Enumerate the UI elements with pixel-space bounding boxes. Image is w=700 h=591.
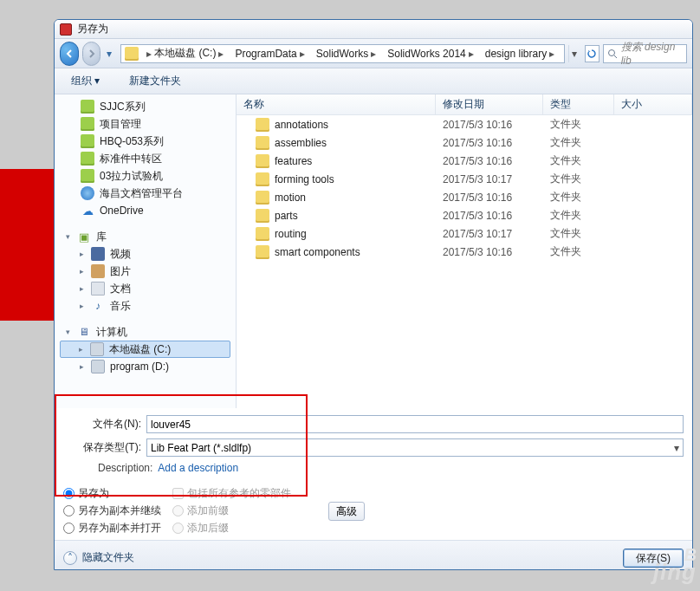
lib-icon [91,247,105,261]
new-folder-button[interactable]: 新建文件夹 [120,70,191,92]
nav-sidebar: SJJC系列项目管理HBQ-053系列标准件中转区03拉力试验机海昌文档管理平台… [55,94,237,408]
table-row[interactable]: annotations2017/5/3 10:16文件夹 [237,115,692,133]
folder-icon [256,172,269,186]
crumb[interactable]: SolidWorks [316,48,368,60]
description-link[interactable]: Add a description [158,462,238,474]
sidebar-item[interactable]: ▸视频 [55,245,236,263]
table-row[interactable]: features2017/5/3 10:16文件夹 [237,152,692,170]
description-label: Description: [98,462,152,474]
opt-save-as[interactable]: 另存为 [63,484,164,502]
folder-icon [81,117,94,131]
sidebar-drive[interactable]: ▸本地磁盘 (C:) [60,341,230,358]
save-as-dialog: 另存为 ▾ ▸本地磁盘 (C:)▸ ProgramData▸ SolidWork… [54,19,693,570]
folder-icon [81,186,94,200]
chevron-right-icon: ▸ [77,284,86,293]
chevron-right-icon: ▸ [77,362,86,371]
savetype-dropdown[interactable]: Lib Feat Part (*.sldlfp) ▾ [146,438,684,457]
table-row[interactable]: assemblies2017/5/3 10:16文件夹 [237,133,692,152]
opt-add-suffix[interactable]: 添加后缀 [172,519,320,536]
sidebar-item[interactable]: ▸图片 [55,263,236,280]
chevron-up-icon: ˄ [63,551,77,565]
table-row[interactable]: routing2017/5/3 10:17文件夹 [237,224,692,243]
folder-icon [125,47,139,61]
folder-icon [256,118,269,132]
folder-icon [81,152,94,166]
search-placeholder: 搜索 design lib [621,40,683,67]
folder-icon [81,100,94,114]
filename-label: 文件名(N): [63,417,146,432]
svg-line-1 [614,55,617,58]
crumb[interactable]: 本地磁盘 (C:) [154,46,216,61]
sidebar-item[interactable]: 项目管理 [55,115,236,133]
dialog-footer: ˄ 隐藏文件夹 保存(S) [55,540,692,570]
window-title: 另存为 [77,22,108,36]
col-name[interactable]: 名称 [237,94,436,114]
file-list: 名称 修改日期 类型 大小 annotations2017/5/3 10:16文… [237,94,692,408]
refresh-button[interactable] [585,45,600,62]
lib-icon [91,282,105,296]
save-button[interactable]: 保存(S) [623,549,684,568]
toolbar: 组织 ▾ 新建文件夹 [55,68,692,94]
opt-add-prefix[interactable]: 添加前缀 [172,502,320,519]
folder-icon [256,227,269,241]
chevron-right-icon: ▸ [76,345,85,354]
col-type[interactable]: 类型 [543,94,614,114]
sidebar-item[interactable]: SJJC系列 [55,98,236,115]
chevron-right-icon: ▸ [77,250,86,258]
filename-input[interactable] [146,415,684,433]
organize-button[interactable]: 组织 ▾ [62,70,109,92]
hide-folders-button[interactable]: ˄ 隐藏文件夹 [63,550,134,565]
save-options: 另存为 另存为副本并继续 另存为副本并打开 包括所有参考的零部件 添加前缀 添加… [55,479,692,540]
column-header: 名称 修改日期 类型 大小 [237,94,692,115]
sidebar-drive[interactable]: ▸program (D:) [55,358,236,375]
search-icon [606,48,619,60]
titlebar: 另存为 [55,20,692,39]
col-size[interactable]: 大小 [614,94,692,114]
folder-icon [256,209,269,223]
sidebar-group-computer[interactable]: ▾ 🖥 计算机 [55,323,236,341]
lib-icon: ♪ [91,299,105,313]
lib-icon [91,264,105,278]
folder-icon [81,169,94,183]
table-row[interactable]: parts2017/5/3 10:16文件夹 [237,206,692,224]
folder-icon: ☁ [81,204,94,218]
sidebar-item[interactable]: HBQ-053系列 [55,133,236,150]
opt-save-copy-continue[interactable]: 另存为副本并继续 [63,502,164,519]
col-date[interactable]: 修改日期 [436,94,543,114]
table-row[interactable]: smart components2017/5/3 10:16文件夹 [237,243,692,261]
forward-button[interactable] [82,42,101,66]
folder-icon [256,245,269,259]
advanced-button[interactable]: 高级 [328,502,365,521]
chevron-right-icon: ▸ [77,267,86,276]
sidebar-group-libraries[interactable]: ▾ ▣ 库 [55,228,236,245]
opt-include-refs[interactable]: 包括所有参考的零部件 [172,484,320,502]
folder-icon [256,136,269,150]
opt-save-copy-open[interactable]: 另存为副本并打开 [63,519,164,536]
history-dropdown[interactable]: ▾ [104,43,113,64]
sidebar-item[interactable]: ▸文档 [55,280,236,297]
chevron-down-icon: ▾ [63,328,72,336]
table-row[interactable]: motion2017/5/3 10:16文件夹 [237,188,692,206]
crumb[interactable]: SolidWorks 2014 [387,48,466,60]
computer-icon: 🖥 [77,325,91,339]
address-dropdown[interactable]: ▾ [568,45,579,62]
save-form: 文件名(N): 保存类型(T): Lib Feat Part (*.sldlfp… [55,408,692,479]
folder-icon [81,134,94,148]
sidebar-item[interactable]: ☁OneDrive [55,202,236,219]
folder-icon [256,154,269,168]
svg-point-0 [608,49,614,55]
search-input[interactable]: 搜索 design lib [603,44,687,63]
drive-icon [91,360,105,373]
back-button[interactable] [60,42,79,66]
sidebar-item[interactable]: 03拉力试验机 [55,167,236,185]
sidebar-item[interactable]: ▸♪音乐 [55,297,236,315]
library-icon: ▣ [77,230,91,244]
crumb[interactable]: design library [485,48,547,60]
chevron-down-icon: ▾ [63,232,72,241]
address-bar[interactable]: ▸本地磁盘 (C:)▸ ProgramData▸ SolidWorks▸ Sol… [120,44,565,63]
sidebar-item[interactable]: 海昌文档管理平台 [55,185,236,202]
crumb[interactable]: ProgramData [235,48,296,60]
sidebar-item[interactable]: 标准件中转区 [55,150,236,167]
nav-bar: ▾ ▸本地磁盘 (C:)▸ ProgramData▸ SolidWorks▸ S… [55,39,692,68]
table-row[interactable]: forming tools2017/5/3 10:17文件夹 [237,170,692,188]
